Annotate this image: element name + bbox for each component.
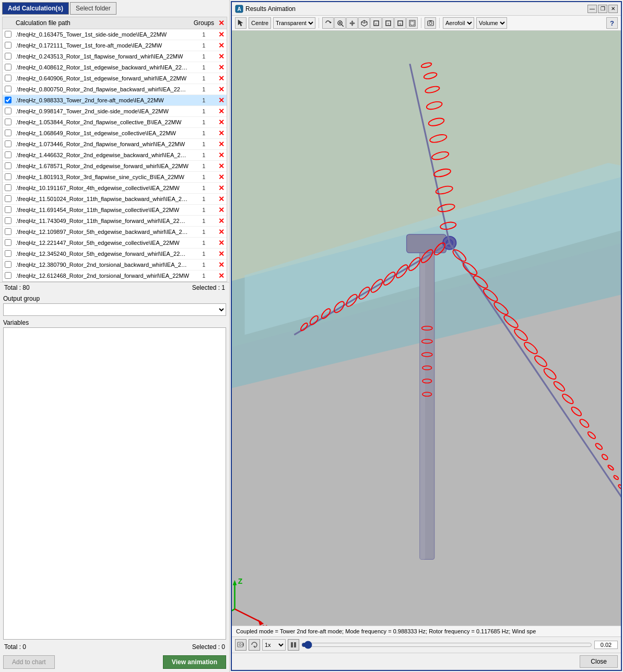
file-row-checkbox[interactable] bbox=[5, 195, 11, 202]
loop-button[interactable] bbox=[249, 639, 260, 651]
delete-row-button[interactable]: ✕ bbox=[218, 140, 225, 148]
file-row-checkbox[interactable] bbox=[5, 64, 11, 70]
select-folder-button[interactable]: Select folder bbox=[70, 2, 116, 15]
table-row[interactable]: .\freqHz_0.163475_Tower_1st_side-side_mo… bbox=[3, 29, 227, 40]
file-row-checkbox[interactable] bbox=[5, 217, 11, 224]
table-row[interactable]: .\freqHz_11.691454_Rotor_11th_flapwise_c… bbox=[3, 205, 227, 216]
restore-button[interactable]: ❐ bbox=[598, 5, 607, 13]
top-view-button[interactable]: T bbox=[382, 17, 394, 29]
table-row[interactable]: .\freqHz_0.243513_Rotor_1st_flapwise_for… bbox=[3, 51, 227, 62]
file-row-checkbox[interactable] bbox=[5, 108, 11, 114]
delete-row-button[interactable]: ✕ bbox=[218, 195, 225, 203]
help-button[interactable]: ? bbox=[606, 17, 618, 29]
speed-dropdown[interactable]: 1x 0.5x 2x 4x bbox=[262, 639, 286, 651]
delete-row-button[interactable]: ✕ bbox=[218, 96, 225, 104]
delete-row-button[interactable]: ✕ bbox=[218, 206, 225, 214]
add-calculation-button[interactable]: Add Calculation(s) bbox=[2, 2, 69, 15]
close-window-button[interactable]: ✕ bbox=[608, 5, 618, 13]
table-row[interactable]: .\freqHz_0.988333_Tower_2nd_fore-aft_mod… bbox=[3, 95, 227, 106]
delete-row-button[interactable]: ✕ bbox=[218, 228, 225, 236]
view-animation-button[interactable]: View animation bbox=[163, 655, 226, 669]
file-row-checkbox[interactable] bbox=[5, 261, 11, 268]
file-row-checkbox[interactable] bbox=[5, 86, 11, 92]
file-row-checkbox[interactable] bbox=[5, 272, 11, 279]
pan-button[interactable] bbox=[346, 17, 358, 29]
file-row-checkbox[interactable] bbox=[5, 31, 11, 38]
file-row-checkbox[interactable] bbox=[5, 140, 11, 147]
iso-view-button[interactable] bbox=[358, 17, 370, 29]
file-row-checkbox[interactable] bbox=[5, 184, 11, 191]
delete-row-button[interactable]: ✕ bbox=[218, 184, 225, 192]
transparent-dropdown[interactable]: Transparent Solid Wireframe bbox=[273, 17, 315, 29]
table-row[interactable]: .\freqHz_12.221447_Rotor_5th_edgewise_co… bbox=[3, 238, 227, 249]
delete-row-button[interactable]: ✕ bbox=[218, 41, 225, 50]
file-row-checkbox[interactable] bbox=[5, 97, 11, 103]
file-row-checkbox[interactable] bbox=[5, 162, 11, 169]
file-row-checkbox[interactable] bbox=[5, 119, 11, 125]
progress-slider[interactable] bbox=[301, 640, 592, 650]
table-row[interactable]: .\freqHz_12.380790_Rotor_2nd_torsional_b… bbox=[3, 260, 227, 270]
delete-row-button[interactable]: ✕ bbox=[218, 52, 225, 61]
file-row-checkbox[interactable] bbox=[5, 129, 11, 136]
table-row[interactable]: .\freqHz_12.109897_Rotor_5th_edgewise_ba… bbox=[3, 227, 227, 238]
delete-row-button[interactable]: ✕ bbox=[218, 85, 225, 93]
delete-row-button[interactable]: ✕ bbox=[218, 63, 225, 72]
table-row[interactable]: .\freqHz_0.172111_Tower_1st_fore-aft_mod… bbox=[3, 40, 227, 51]
delete-row-button[interactable]: ✕ bbox=[218, 74, 225, 82]
table-row[interactable]: .\freqHz_11.501024_Rotor_11th_flapwise_b… bbox=[3, 194, 227, 205]
table-row[interactable]: .\freqHz_11.743049_Rotor_11th_flapwise_f… bbox=[3, 216, 227, 227]
play-pause-button[interactable] bbox=[288, 639, 299, 651]
file-row-checkbox[interactable] bbox=[5, 228, 11, 235]
close-button[interactable]: Close bbox=[580, 655, 618, 668]
aerofoil-dropdown[interactable]: Aerofoil None Simple bbox=[443, 17, 474, 29]
minimize-button[interactable]: — bbox=[587, 5, 597, 13]
table-row[interactable]: .\freqHz_0.640906_Rotor_1st_edgewise_for… bbox=[3, 73, 227, 84]
table-row[interactable]: .\freqHz_1.053844_Rotor_2nd_flapwise_col… bbox=[3, 117, 227, 128]
table-row[interactable]: .\freqHz_1.068649_Rotor_1st_edgewise_col… bbox=[3, 128, 227, 139]
table-row[interactable]: .\freqHz_1.801913_Rotor_3rd_flapwise_sin… bbox=[3, 172, 227, 183]
table-row[interactable]: .\freqHz_1.678571_Rotor_2nd_edgewise_for… bbox=[3, 161, 227, 172]
centre-button[interactable]: Centre bbox=[249, 17, 271, 29]
delete-row-button[interactable]: ✕ bbox=[218, 239, 225, 247]
file-row-checkbox[interactable] bbox=[5, 173, 11, 180]
variables-list[interactable] bbox=[3, 327, 226, 640]
delete-row-button[interactable]: ✕ bbox=[218, 151, 225, 159]
table-row[interactable]: .\freqHz_1.073446_Rotor_2nd_flapwise_for… bbox=[3, 139, 227, 150]
table-row[interactable]: .\freqHz_0.800750_Rotor_2nd_flapwise_bac… bbox=[3, 84, 227, 95]
output-group-dropdown[interactable] bbox=[3, 303, 226, 316]
file-row-checkbox[interactable] bbox=[5, 75, 11, 81]
rotate-button[interactable] bbox=[322, 17, 334, 29]
table-row[interactable]: .\freqHz_12.612468_Rotor_2nd_torsional_f… bbox=[3, 270, 227, 281]
delete-row-button[interactable]: ✕ bbox=[218, 118, 225, 126]
delete-row-button[interactable]: ✕ bbox=[218, 217, 225, 225]
delete-row-button[interactable]: ✕ bbox=[218, 173, 225, 181]
table-row[interactable]: .\freqHz_10.191167_Rotor_4th_edgewise_co… bbox=[3, 183, 227, 194]
side-view-button[interactable]: S bbox=[394, 17, 406, 29]
volume-dropdown[interactable]: Volume None Simple bbox=[476, 17, 507, 29]
animation-viewport[interactable]: Z Y X bbox=[232, 31, 621, 626]
delete-row-button[interactable]: ✕ bbox=[218, 30, 225, 39]
delete-row-button[interactable]: ✕ bbox=[218, 107, 225, 115]
file-row-checkbox[interactable] bbox=[5, 239, 11, 246]
pointer-tool-button[interactable] bbox=[235, 17, 246, 29]
table-row[interactable]: .\freqHz_0.408612_Rotor_1st_edgewise_bac… bbox=[3, 62, 227, 73]
delete-row-button[interactable]: ✕ bbox=[218, 261, 225, 269]
table-row[interactable]: .\freqHz_12.345240_Rotor_5th_edgewise_fo… bbox=[3, 249, 227, 260]
delete-row-button[interactable]: ✕ bbox=[218, 250, 225, 258]
file-row-checkbox[interactable] bbox=[5, 53, 11, 60]
file-row-checkbox[interactable] bbox=[5, 151, 11, 158]
file-row-checkbox[interactable] bbox=[5, 42, 11, 49]
file-row-checkbox[interactable] bbox=[5, 206, 11, 213]
svg-marker-3 bbox=[330, 21, 332, 23]
table-row[interactable]: .\freqHz_1.446632_Rotor_2nd_edgewise_bac… bbox=[3, 150, 227, 161]
file-row-checkbox[interactable] bbox=[5, 250, 11, 257]
delete-row-button[interactable]: ✕ bbox=[218, 272, 225, 280]
add-to-chart-button[interactable]: Add to chart bbox=[3, 655, 55, 669]
zoom-button[interactable] bbox=[334, 17, 346, 29]
delete-row-button[interactable]: ✕ bbox=[218, 129, 225, 137]
screenshot-button[interactable] bbox=[425, 17, 436, 29]
fit-view-button[interactable] bbox=[406, 17, 418, 29]
table-row[interactable]: .\freqHz_0.998147_Tower_2nd_side-side_mo… bbox=[3, 106, 227, 117]
delete-row-button[interactable]: ✕ bbox=[218, 162, 225, 170]
front-view-button[interactable]: F bbox=[370, 17, 382, 29]
